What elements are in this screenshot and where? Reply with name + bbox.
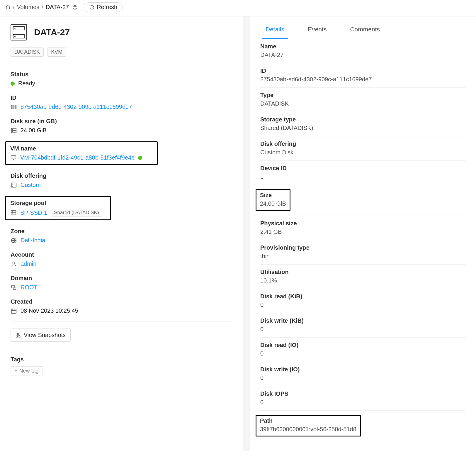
detail-id-value: 875430ab-ed6d-4302-909c-a111c1699de7	[260, 76, 465, 83]
detail-diskoffer-label: Disk offering	[260, 141, 465, 147]
detail-type-value: DATADISK	[260, 100, 465, 107]
topbar: / Volumes / DATA-27 Refresh	[0, 0, 476, 16]
detail-diskiops-value: 0	[260, 399, 465, 406]
volume-icon	[11, 24, 27, 40]
detail-size-value: 24.00 GiB	[260, 200, 286, 207]
created-label: Created	[11, 298, 233, 305]
id-value[interactable]: 875430ab-ed6d-4302-909c-a111c1699de7	[21, 104, 132, 110]
detail-type-label: Type	[260, 92, 465, 99]
storagepool-label: Storage pool	[10, 200, 106, 207]
zone-label: Zone	[11, 228, 233, 235]
home-icon[interactable]	[5, 5, 11, 10]
panel-gap	[243, 16, 250, 451]
left-panel: DATA-27 DATADISK KVM Status Ready ID 875…	[0, 16, 243, 451]
detail-path-box: Path 39ff7b6200000001:vol-56-258d-51d8	[256, 415, 361, 436]
refresh-label: Refresh	[97, 4, 117, 11]
svg-point-3	[12, 129, 13, 129]
status-dot-icon	[11, 82, 15, 86]
status-value: Ready	[18, 80, 35, 87]
svg-point-8	[12, 186, 13, 186]
barcode-icon	[11, 104, 17, 110]
storagepool-value[interactable]: SP-SSD-1	[20, 209, 47, 216]
detail-diskwriteio-label: Disk write (IO)	[260, 366, 465, 373]
svg-rect-16	[11, 309, 16, 313]
zone-value[interactable]: Dell-India	[21, 237, 45, 244]
right-panel: Details Events Comments Name DATA-27 ID …	[250, 16, 476, 451]
domain-value[interactable]: ROOT	[21, 284, 38, 291]
status-label: Status	[11, 71, 233, 78]
tags-heading: Tags	[11, 356, 233, 363]
breadcrumb-current: DATA-27	[46, 4, 69, 11]
breadcrumb: / Volumes / DATA-27	[5, 4, 78, 11]
detail-diskoffer-value: Custom Disk	[260, 149, 465, 156]
detail-util-label: Utilisation	[260, 269, 465, 275]
detail-path-label: Path	[260, 417, 357, 424]
domain-label: Domain	[11, 275, 233, 282]
globe-icon	[11, 237, 17, 244]
user-icon	[11, 261, 17, 267]
detail-name-label: Name	[260, 43, 465, 50]
detail-id-label: ID	[260, 67, 465, 74]
calendar-icon	[11, 308, 17, 314]
breadcrumb-volumes[interactable]: Volumes	[17, 4, 40, 11]
detail-name-value: DATA-27	[260, 52, 465, 58]
detail-diskreadio-label: Disk read (IO)	[260, 342, 465, 348]
svg-point-11	[12, 214, 12, 214]
detail-util-value: 10.1%	[260, 277, 465, 284]
svg-point-1	[75, 8, 75, 9]
help-icon[interactable]	[72, 5, 78, 10]
detail-deviceid-value: 1	[260, 173, 465, 180]
detail-storagetype-label: Storage type	[260, 116, 465, 123]
refresh-icon	[89, 5, 94, 10]
account-label: Account	[11, 251, 233, 258]
vmname-label: VM name	[10, 145, 153, 152]
divider	[11, 349, 233, 349]
detail-diskwriteio-value: 0	[260, 375, 465, 381]
detail-diskreadio-value: 0	[260, 350, 465, 357]
refresh-button[interactable]: Refresh	[84, 2, 123, 12]
detail-physicalsize-value: 2.41 GB	[260, 229, 465, 235]
storagepool-box: Storage pool SP-SSD-1 Shared (DATADISK)	[5, 196, 111, 220]
diskoffer-value[interactable]: Custom	[21, 182, 41, 188]
view-snapshots-label: View Snapshots	[24, 332, 66, 339]
created-value: 08 Nov 2023 10:25:45	[21, 307, 78, 314]
detail-path-value: 39ff7b6200000001:vol-56-258d-51d8	[260, 426, 357, 433]
monitor-icon	[10, 155, 17, 161]
tab-events[interactable]: Events	[305, 21, 329, 39]
account-value[interactable]: admin	[21, 260, 36, 267]
detail-diskwritekib-value: 0	[260, 326, 465, 333]
detail-diskreadkib-label: Disk read (KiB)	[260, 293, 465, 300]
svg-rect-19	[19, 336, 20, 337]
plus-icon: +	[14, 368, 18, 374]
svg-point-7	[12, 184, 13, 184]
diskoffer-label: Disk offering	[11, 172, 233, 179]
hdd-icon	[10, 209, 17, 216]
detail-diskwritekib-label: Disk write (KiB)	[260, 317, 465, 324]
view-snapshots-button[interactable]: View Snapshots	[11, 329, 71, 342]
new-tag-button[interactable]: + New tag	[11, 366, 42, 375]
svg-rect-18	[16, 336, 18, 337]
page-title: DATA-27	[34, 27, 70, 37]
detail-provtype-label: Provisioning type	[260, 244, 465, 251]
svg-point-13	[13, 262, 15, 264]
vmname-value[interactable]: VM-704bdbdf-1fd2-49c1-a80b-51f3ef4f9e4e	[20, 154, 135, 161]
detail-diskiops-label: Disk IOPS	[260, 390, 465, 397]
detail-physicalsize-label: Physical size	[260, 220, 465, 227]
tab-comments[interactable]: Comments	[348, 21, 382, 39]
breadcrumb-sep: /	[13, 4, 15, 11]
detail-provtype-value: thin	[260, 253, 465, 260]
disksize-label: Disk size (in GB)	[11, 118, 233, 125]
tab-details[interactable]: Details	[263, 21, 287, 39]
vmname-box: VM name VM-704bdbdf-1fd2-49c1-a80b-51f3e…	[5, 141, 158, 165]
detail-storagetype-value: Shared (DATADISK)	[260, 125, 465, 131]
svg-point-4	[12, 131, 13, 131]
block-icon	[11, 284, 17, 291]
detail-diskreadkib-value: 0	[260, 302, 465, 308]
disksize-value: 24.00 GiB	[21, 127, 47, 134]
divider	[11, 321, 233, 321]
tag-datadisk: DATADISK	[11, 48, 44, 57]
svg-point-10	[12, 211, 12, 212]
storagepool-tag: Shared (DATADISK)	[51, 209, 102, 216]
svg-rect-5	[11, 155, 16, 159]
tabs: Details Events Comments	[260, 21, 465, 39]
